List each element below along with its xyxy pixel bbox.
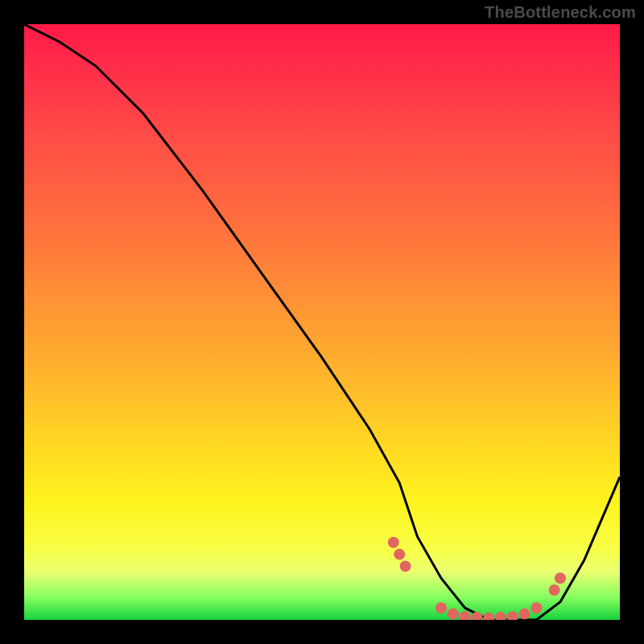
highlight-dot (460, 611, 471, 620)
highlight-dots-group (388, 537, 566, 620)
highlight-dot (400, 560, 411, 572)
highlight-dot (483, 613, 494, 620)
highlight-dot (549, 584, 560, 596)
highlight-dot (436, 602, 447, 613)
plot-area (24, 24, 620, 620)
chart-frame: TheBottleneck.com (0, 0, 644, 644)
highlight-dot (388, 537, 399, 548)
highlight-dot (507, 611, 518, 620)
highlight-dot (448, 609, 459, 620)
highlight-dot (519, 609, 530, 620)
highlight-dot (394, 549, 405, 560)
highlight-dot (530, 602, 542, 613)
bottleneck-curve-path (24, 24, 620, 620)
highlight-dot (555, 572, 566, 584)
curve-svg (24, 24, 620, 620)
watermark-text: TheBottleneck.com (485, 3, 636, 22)
highlight-dot (495, 612, 506, 620)
